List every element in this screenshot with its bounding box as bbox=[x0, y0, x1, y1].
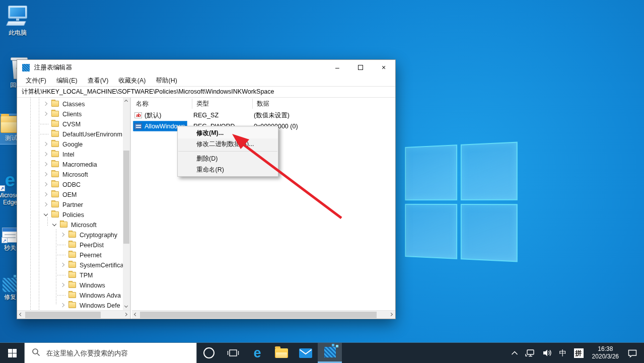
context-menu: 修改(M)...修改二进制数据(B)...删除(D)重命名(R) bbox=[177, 126, 278, 177]
tree-item-label: Peernet bbox=[80, 252, 102, 259]
menu-item-1[interactable]: 编辑(E) bbox=[52, 76, 82, 86]
chevron-right-icon[interactable] bbox=[43, 152, 48, 157]
mail-button[interactable] bbox=[294, 343, 318, 363]
desktop-icon-this-pc[interactable]: 此电脑 bbox=[4, 6, 32, 36]
chevron-down-icon[interactable] bbox=[43, 212, 48, 217]
cortana-button[interactable] bbox=[197, 343, 221, 363]
action-center-button[interactable] bbox=[625, 343, 640, 363]
wallpaper-pane bbox=[460, 142, 517, 200]
minimize-button[interactable]: – bbox=[326, 60, 349, 75]
tree-vertical-scrollbar[interactable] bbox=[123, 98, 130, 310]
tree-item[interactable]: Microsoft bbox=[17, 220, 123, 230]
tree-item[interactable]: CVSM bbox=[17, 119, 123, 129]
menu-item-2[interactable]: 查看(V) bbox=[83, 76, 113, 86]
task-view-button[interactable] bbox=[221, 343, 245, 363]
tree-item[interactable]: PeerDist bbox=[17, 240, 123, 250]
tree-item-label: DefaultUserEnvironm bbox=[62, 131, 122, 138]
scroll-up-arrow[interactable] bbox=[123, 98, 130, 105]
wallpaper-pane bbox=[460, 204, 517, 262]
edge-button[interactable]: e bbox=[245, 343, 269, 363]
tree-item[interactable]: Classes bbox=[17, 99, 123, 109]
tree-item[interactable]: Policies bbox=[17, 209, 123, 220]
context-menu-item-4[interactable]: 重命名(R) bbox=[178, 164, 278, 175]
chevron-right-icon[interactable] bbox=[43, 111, 48, 116]
file-explorer-button[interactable] bbox=[269, 343, 294, 363]
taskbar-clock[interactable]: 16:38 2020/3/26 bbox=[588, 343, 623, 363]
search-input[interactable] bbox=[46, 349, 182, 357]
tray-network[interactable] bbox=[523, 343, 538, 363]
tray-volume[interactable] bbox=[540, 343, 555, 363]
value-row-(默认)[interactable]: ab(默认)REG_SZ(数值未设置) bbox=[132, 110, 395, 121]
scroll-right-arrow[interactable] bbox=[123, 311, 130, 318]
this-pc-icon bbox=[6, 6, 30, 28]
folder-icon bbox=[68, 302, 76, 308]
tree-item[interactable]: Macromedia bbox=[17, 159, 123, 169]
chevron-right-icon[interactable] bbox=[60, 262, 65, 267]
tree-item[interactable]: Google bbox=[17, 139, 123, 149]
column-header-type[interactable]: 类型 bbox=[192, 99, 253, 109]
taskbar-search[interactable] bbox=[24, 343, 197, 363]
title-bar[interactable]: 注册表编辑器 – × bbox=[17, 60, 395, 75]
scrollbar-thumb[interactable] bbox=[123, 151, 129, 244]
folder-icon bbox=[51, 191, 59, 197]
chevron-right-icon[interactable] bbox=[60, 232, 65, 237]
window-title: 注册表编辑器 bbox=[34, 63, 72, 72]
start-button[interactable] bbox=[0, 343, 24, 363]
maximize-button[interactable] bbox=[349, 60, 372, 75]
tree-item[interactable]: Windows bbox=[17, 280, 123, 290]
tree-item[interactable]: TPM bbox=[17, 270, 123, 280]
tree-item[interactable]: Intel bbox=[17, 149, 123, 159]
chevron-right-icon[interactable] bbox=[43, 101, 48, 106]
scroll-down-arrow[interactable] bbox=[123, 303, 130, 310]
desktop-icon-label: 此电脑 bbox=[4, 29, 32, 36]
column-header-name[interactable]: 名称 bbox=[132, 99, 192, 109]
scrollbar-thumb[interactable] bbox=[25, 312, 101, 318]
tree-item[interactable]: Windows Defe bbox=[17, 300, 123, 310]
tree-item[interactable]: Clients bbox=[17, 109, 123, 119]
chevron-right-icon[interactable] bbox=[43, 141, 48, 147]
tree-item-label: Microsoft bbox=[62, 171, 88, 178]
tree-item[interactable]: Microsoft bbox=[17, 169, 123, 179]
ime-mode-indicator[interactable]: 拼 bbox=[571, 343, 586, 363]
tree-item-label: Cryptography bbox=[80, 232, 117, 239]
tree-item[interactable]: Cryptography bbox=[17, 230, 123, 240]
tree-item[interactable]: OEM bbox=[17, 189, 123, 199]
address-bar[interactable]: 计算机\HKEY_LOCAL_MACHINE\SOFTWARE\Policies… bbox=[17, 86, 395, 98]
chevron-right-icon[interactable] bbox=[43, 162, 48, 167]
registry-editor-taskbar-button[interactable] bbox=[318, 343, 342, 363]
close-button[interactable]: × bbox=[372, 60, 395, 75]
chevron-right-icon[interactable] bbox=[60, 282, 65, 287]
tree-item[interactable]: Peernet bbox=[17, 250, 123, 260]
scroll-left-arrow[interactable] bbox=[17, 311, 24, 318]
list-horizontal-scrollbar[interactable] bbox=[132, 310, 395, 319]
tree-item[interactable]: DefaultUserEnvironm bbox=[17, 129, 123, 139]
scroll-left-arrow[interactable] bbox=[132, 311, 139, 318]
tree-item[interactable]: ODBC bbox=[17, 179, 123, 189]
chevron-down-icon[interactable] bbox=[52, 222, 57, 227]
chevron-right-icon[interactable] bbox=[43, 202, 48, 207]
tree-item[interactable]: Windows Adva bbox=[17, 290, 123, 300]
tree-spacer bbox=[60, 242, 65, 247]
tree-item[interactable]: Partner bbox=[17, 199, 123, 209]
tree-item[interactable]: SystemCertifica bbox=[17, 260, 123, 270]
menu-item-0[interactable]: 文件(F) bbox=[21, 76, 51, 86]
folder-icon bbox=[51, 171, 59, 177]
menu-item-4[interactable]: 帮助(H) bbox=[151, 76, 181, 86]
column-header-data[interactable]: 数据 bbox=[253, 99, 394, 109]
chevron-right-icon[interactable] bbox=[43, 192, 48, 197]
chevron-right-icon[interactable] bbox=[43, 172, 48, 177]
tray-chevron-up[interactable] bbox=[509, 343, 521, 363]
context-menu-item-1[interactable]: 修改二进制数据(B)... bbox=[178, 138, 278, 150]
chevron-right-icon[interactable] bbox=[60, 303, 65, 308]
chevron-right-icon[interactable] bbox=[43, 182, 48, 187]
tree-horizontal-scrollbar[interactable] bbox=[17, 310, 130, 319]
menu-item-3[interactable]: 收藏夹(A) bbox=[114, 76, 150, 86]
tree-item-label: CVSM bbox=[62, 121, 81, 128]
scrollbar-thumb[interactable] bbox=[140, 312, 377, 318]
clock-date: 2020/3/26 bbox=[592, 353, 619, 360]
context-menu-item-3[interactable]: 删除(D) bbox=[178, 153, 278, 164]
context-menu-item-0[interactable]: 修改(M)... bbox=[178, 127, 278, 138]
ime-language-indicator[interactable]: 中 bbox=[557, 343, 569, 363]
registry-cubes-icon bbox=[324, 347, 336, 357]
scroll-right-arrow[interactable] bbox=[388, 311, 395, 318]
